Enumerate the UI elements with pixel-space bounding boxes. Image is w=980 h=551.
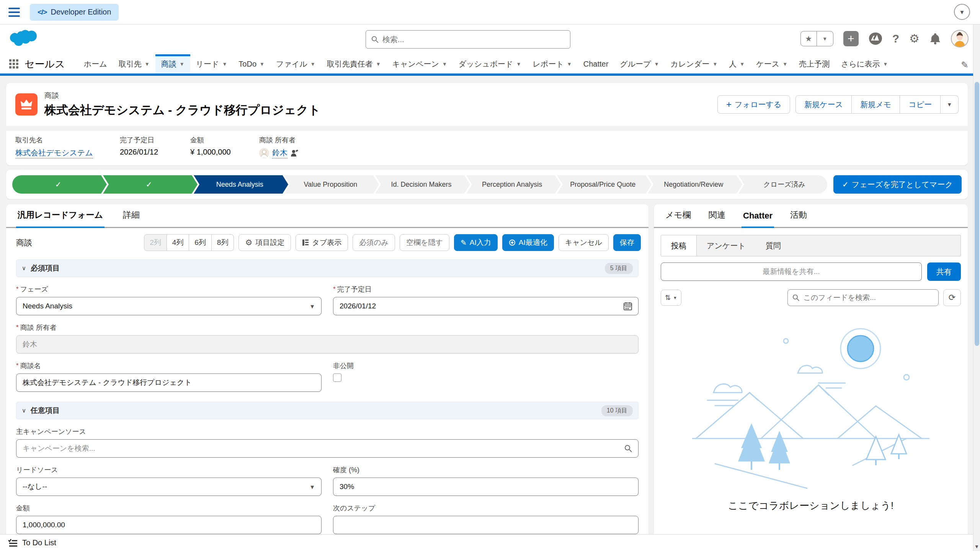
nav-item-calendar[interactable]: カレンダー▼ <box>665 54 724 73</box>
chevron-down-icon[interactable]: ▼ <box>883 61 888 67</box>
browser-tab[interactable]: </> Developer Edition <box>30 4 119 21</box>
phase-select[interactable]: ▼ <box>16 297 322 315</box>
path-stage-value-proposition[interactable]: Value Proposition <box>284 175 373 194</box>
nav-item-campaigns[interactable]: キャンペーン▼ <box>387 54 453 73</box>
chevron-down-icon[interactable]: ▼ <box>740 61 745 67</box>
section-optional[interactable]: ∨ 任意項目 10 項目 <box>16 402 639 419</box>
chevron-down-icon[interactable]: ▼ <box>222 61 227 67</box>
calendar-icon[interactable] <box>624 302 632 310</box>
global-actions-button[interactable]: + <box>843 31 859 46</box>
share-button[interactable]: 共有 <box>927 262 961 281</box>
chevron-down-icon[interactable]: ▼ <box>260 61 265 67</box>
browser-profile-button[interactable]: ▼ <box>954 4 970 20</box>
feed-search[interactable] <box>787 289 939 306</box>
next-step-input[interactable] <box>333 516 639 534</box>
feed-sort-button[interactable]: ⇅ ▼ <box>661 290 681 306</box>
ai-optimize-button[interactable]: AI最適化 <box>502 234 554 251</box>
hide-empty-button[interactable]: 空欄を隠す <box>400 234 449 251</box>
chevron-down-icon[interactable]: ▼ <box>782 61 787 67</box>
menu-icon[interactable] <box>8 8 20 17</box>
required-only-button[interactable]: 必須のみ <box>353 234 395 251</box>
nav-item-people[interactable]: 人▼ <box>723 54 750 73</box>
path-stage-negotiation[interactable]: Negotiation/Review <box>648 175 737 194</box>
path-stage-needs-analysis[interactable]: Needs Analysis <box>194 175 283 194</box>
publisher-tab-post[interactable]: 投稿 <box>661 235 697 256</box>
todo-list-button[interactable]: To Do List <box>22 538 56 547</box>
nav-item-todo[interactable]: ToDo▼ <box>233 54 270 73</box>
field-settings-button[interactable]: ⚙ 項目設定 <box>238 234 291 251</box>
owner-link[interactable]: 鈴木 <box>272 148 287 158</box>
tab-related[interactable]: 関連 <box>707 209 727 227</box>
ai-input-button[interactable]: ✎ AI入力 <box>454 234 498 251</box>
tab-generic-record-form[interactable]: 汎用レコードフォーム <box>16 209 105 227</box>
nav-item-groups[interactable]: グループ▼ <box>614 54 665 73</box>
amount-input[interactable] <box>16 516 322 534</box>
tab-chatter[interactable]: Chatter <box>742 211 774 227</box>
nav-item-chatter[interactable]: Chatter <box>578 54 614 73</box>
columns-6-button[interactable]: 6列 <box>189 234 212 251</box>
chevron-down-icon[interactable]: ▼ <box>310 61 315 67</box>
follow-button[interactable]: + フォローする <box>717 95 790 114</box>
user-avatar[interactable] <box>951 30 969 47</box>
path-stage-perception-analysis[interactable]: Perception Analysis <box>466 175 555 194</box>
share-update-input[interactable] <box>661 262 922 281</box>
opportunity-name-input[interactable] <box>16 373 322 392</box>
tab-activity[interactable]: 活動 <box>789 209 808 227</box>
nav-item-leads[interactable]: リード▼ <box>190 54 233 73</box>
columns-2-button[interactable]: 2列 <box>144 234 167 251</box>
chevron-down-icon[interactable]: ▼ <box>442 61 447 67</box>
save-button[interactable]: 保存 <box>613 234 641 251</box>
publisher-tab-question[interactable]: 質問 <box>756 235 791 256</box>
star-icon[interactable]: ★ <box>801 31 817 46</box>
global-search-input[interactable] <box>382 35 565 44</box>
page-scrollbar[interactable]: ▼ <box>973 24 980 551</box>
new-case-button[interactable]: 新規ケース <box>795 95 852 114</box>
nav-item-forecasts[interactable]: 売上予測 <box>793 54 835 73</box>
favorites-dropdown-icon[interactable]: ▼ <box>817 31 833 46</box>
nav-item-dashboards[interactable]: ダッシュボード▼ <box>453 54 527 73</box>
tab-notes[interactable]: メモ欄 <box>664 209 693 227</box>
cancel-button[interactable]: キャンセル <box>559 234 609 251</box>
path-stage-closed[interactable]: クローズ済み <box>738 175 827 194</box>
account-link[interactable]: 株式会社デモシステム <box>15 148 93 158</box>
chevron-down-icon[interactable]: ▼ <box>516 61 521 67</box>
nav-item-reports[interactable]: レポート▼ <box>527 54 577 73</box>
feed-search-input[interactable] <box>803 293 934 302</box>
edit-nav-pencil-icon[interactable]: ✎ <box>961 60 969 70</box>
publisher-tab-poll[interactable]: アンケート <box>697 235 756 256</box>
close-date-input[interactable] <box>333 297 639 315</box>
nav-item-home[interactable]: ホーム <box>78 54 113 73</box>
app-launcher-icon[interactable] <box>9 59 18 68</box>
favorites-control[interactable]: ★ ▼ <box>800 31 833 46</box>
copy-button[interactable]: コピー <box>900 95 941 114</box>
trailhead-icon[interactable] <box>869 32 882 45</box>
chevron-down-icon[interactable]: ▼ <box>180 61 185 67</box>
help-icon[interactable]: ? <box>892 33 899 44</box>
probability-input[interactable] <box>333 478 639 496</box>
notifications-bell-icon[interactable] <box>929 33 941 45</box>
section-required[interactable]: ∨ 必須項目 5 項目 <box>16 259 639 277</box>
feed-refresh-button[interactable]: ⟳ <box>943 289 961 306</box>
nav-item-contacts[interactable]: 取引先責任者▼ <box>321 54 387 73</box>
nav-item-opportunities[interactable]: 商談▼ <box>155 54 190 73</box>
scrollbar-thumb[interactable] <box>975 82 979 346</box>
change-owner-icon[interactable] <box>291 149 298 157</box>
new-note-button[interactable]: 新規メモ <box>852 95 900 114</box>
tab-view-button[interactable]: タブ表示 <box>296 234 348 251</box>
nav-item-more[interactable]: さらに表示▼ <box>835 54 893 73</box>
chevron-down-icon[interactable]: ▼ <box>654 61 659 67</box>
chevron-down-icon[interactable]: ▼ <box>376 61 381 67</box>
nav-item-files[interactable]: ファイル▼ <box>270 54 321 73</box>
path-stage-proposal[interactable]: Proposal/Price Quote <box>557 175 646 194</box>
setup-gear-icon[interactable]: ⚙ <box>909 33 920 44</box>
more-actions-button[interactable]: ▼ <box>941 95 959 114</box>
nav-item-cases[interactable]: ケース▼ <box>750 54 793 73</box>
scrollbar-down-arrow[interactable]: ▼ <box>973 544 980 549</box>
chevron-down-icon[interactable]: ▼ <box>145 61 150 67</box>
nav-item-accounts[interactable]: 取引先▼ <box>113 54 155 73</box>
global-search[interactable] <box>366 30 570 49</box>
path-stage-id-decision-makers[interactable]: Id. Decision Makers <box>375 175 464 194</box>
campaign-lookup-input[interactable] <box>16 439 639 458</box>
chevron-down-icon[interactable]: ▼ <box>712 61 717 67</box>
tab-details[interactable]: 詳細 <box>121 209 141 227</box>
